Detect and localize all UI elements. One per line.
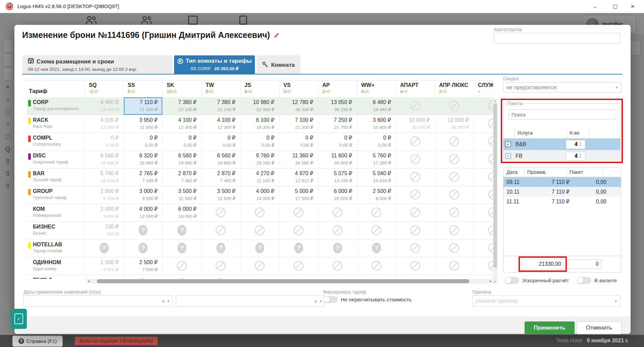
- packages-search-input[interactable]: [508, 109, 615, 119]
- rate-price-cell[interactable]: [435, 186, 474, 204]
- rate-price-cell[interactable]: [201, 204, 240, 221]
- rate-price-cell[interactable]: 3 600 ₽10 800 ₽: [357, 115, 396, 133]
- rate-price-cell[interactable]: 6 560 ₽19 680 ₽: [85, 151, 123, 168]
- floating-checklist-button[interactable]: ✓: [11, 309, 27, 329]
- rate-price-cell[interactable]: 7 250 ₽21 750 ₽: [318, 115, 357, 133]
- rate-price-cell[interactable]: [85, 275, 123, 279]
- rate-price-cell[interactable]: [396, 97, 435, 115]
- rate-price-cell[interactable]: [474, 240, 493, 257]
- rate-name-cell[interactable]: DISCСкидочный тариф: [27, 151, 85, 168]
- horizontal-scrollbar[interactable]: ◀ ▶: [86, 279, 493, 284]
- package-row[interactable]: ✓FB▲▼: [503, 150, 620, 162]
- rate-price-cell[interactable]: 6 320 ₽18 960 ₽: [123, 151, 162, 168]
- rate-price-cell[interactable]: [396, 133, 435, 150]
- scroll-up-icon[interactable]: ▲: [493, 99, 497, 103]
- fix-rate-toggle[interactable]: [323, 296, 338, 303]
- maximize-button[interactable]: ▢: [606, 0, 624, 13]
- rate-price-cell[interactable]: 10 980 ₽32 940 ₽: [240, 97, 279, 115]
- rate-price-cell[interactable]: [435, 97, 474, 115]
- rate-price-cell[interactable]: [162, 257, 201, 275]
- rate-price-cell[interactable]: 6 100 ₽18 300 ₽: [240, 115, 279, 133]
- rate-price-cell[interactable]: 2 765 ₽7 189 ₽: [123, 168, 162, 186]
- rate-price-cell[interactable]: 13 050 ₽39 150 ₽: [318, 97, 357, 115]
- rate-price-cell[interactable]: 2 000 ₽6 500 ₽: [85, 186, 123, 204]
- package-qty-input[interactable]: [566, 141, 578, 147]
- rate-price-cell[interactable]: 3 000 ₽9 500 ₽: [123, 186, 162, 204]
- rate-price-cell[interactable]: [435, 240, 474, 257]
- rate-price-cell[interactable]: 5 040 ₽14 616 ₽: [357, 168, 396, 186]
- rate-price-cell[interactable]: [435, 168, 474, 186]
- rate-price-cell[interactable]: [474, 168, 493, 186]
- horizontal-scroll-thumb[interactable]: [97, 279, 469, 283]
- tab-room-type-rates[interactable]: ₽ Тип комнаты и тарифы SS CORP 20 263,50…: [174, 55, 255, 75]
- rate-price-cell[interactable]: ?: [162, 275, 201, 279]
- rate-price-cell[interactable]: [396, 222, 435, 239]
- rate-price-cell[interactable]: ?: [318, 240, 357, 257]
- rate-price-cell[interactable]: 3 950 ₽11 850 ₽: [123, 115, 162, 133]
- rate-name-cell[interactable]: RACKRack Rate: [27, 115, 85, 133]
- rate-price-cell[interactable]: 5 740 ₽16 646 ₽: [85, 168, 123, 186]
- rate-price-cell[interactable]: [396, 204, 435, 221]
- rate-price-cell[interactable]: ?: [240, 240, 279, 257]
- rate-name-cell[interactable]: БИЗНЕСБизнес: [27, 222, 85, 239]
- rate-price-cell[interactable]: 0 ₽0,00 ₽: [162, 133, 201, 150]
- rate-price-cell[interactable]: [357, 222, 396, 239]
- fast-calc-toggle[interactable]: [504, 277, 519, 284]
- scroll-down-icon[interactable]: ▼: [493, 280, 497, 284]
- package-checkbox[interactable]: ✓: [505, 153, 511, 159]
- rate-price-cell[interactable]: ?: [85, 240, 123, 257]
- date-from-input[interactable]: × ▾: [23, 295, 172, 307]
- rate-price-cell[interactable]: 11 600 ₽34 800 ₽: [318, 151, 357, 168]
- discount-dropdown[interactable]: не предоставляется ▾: [503, 82, 621, 93]
- rate-price-cell[interactable]: [474, 115, 493, 133]
- scroll-right-icon[interactable]: ▶: [488, 279, 493, 284]
- rate-price-cell[interactable]: [435, 204, 474, 221]
- rate-price-cell[interactable]: [201, 257, 240, 275]
- rate-name-cell[interactable]: CORPТариф для контрагенто...: [27, 97, 85, 115]
- rate-name-cell[interactable]: HOTELLABТариф Hotellab: [27, 240, 85, 257]
- rate-price-cell[interactable]: [240, 275, 279, 279]
- rate-price-cell[interactable]: 11 360 ₽34 080 ₽: [279, 151, 318, 168]
- rate-price-cell[interactable]: [435, 151, 474, 168]
- package-row[interactable]: ✓B&B▲▼: [503, 139, 620, 150]
- rate-price-cell[interactable]: [396, 257, 435, 275]
- day-price-row[interactable]: 10.117 110 ₽0,00: [503, 187, 621, 197]
- rate-price-cell[interactable]: [396, 186, 435, 204]
- rate-name-cell[interactable]: COMPLComplimentary: [27, 133, 85, 150]
- rate-price-cell[interactable]: 0 ₽0,00 ₽: [357, 133, 396, 150]
- rate-price-cell[interactable]: [357, 257, 396, 275]
- rate-name-cell[interactable]: BARЛучший тариф: [27, 168, 85, 186]
- rate-price-cell[interactable]: 7 380 ₽22 140 ₽: [201, 97, 240, 115]
- clear-icon[interactable]: ×: [162, 298, 165, 304]
- stepper-arrows[interactable]: ▲▼: [579, 141, 582, 147]
- close-button[interactable]: ×: [624, 0, 641, 13]
- rate-price-cell[interactable]: 2 500 ₽8 000 ₽: [357, 186, 396, 204]
- rate-price-cell[interactable]: [474, 186, 493, 204]
- rate-price-cell[interactable]: 4 270 ₽11 102 ₽: [240, 168, 279, 186]
- rate-price-cell[interactable]: 7 380 ₽22 140 ₽: [162, 97, 201, 115]
- rate-price-cell[interactable]: [318, 222, 357, 239]
- stepper-down-icon[interactable]: ▼: [579, 156, 582, 159]
- rate-price-cell[interactable]: ?: [279, 240, 318, 257]
- rate-price-cell[interactable]: [240, 257, 279, 275]
- rate-price-cell[interactable]: 6 560 ₽19 680 ₽: [201, 151, 240, 168]
- stepper-up-icon[interactable]: ▲: [579, 153, 582, 156]
- rate-price-cell[interactable]: ?: [201, 240, 240, 257]
- rate-price-cell[interactable]: ?: [357, 240, 396, 257]
- rate-price-cell[interactable]: [435, 275, 474, 279]
- rate-price-cell[interactable]: 0 ₽0,00 ₽: [279, 133, 318, 150]
- rate-price-cell[interactable]: 6 480 ₽19 440 ₽: [357, 97, 396, 115]
- chevron-down-icon[interactable]: ▾: [320, 299, 322, 303]
- rate-price-cell[interactable]: [396, 168, 435, 186]
- rate-price-cell[interactable]: 3 500 ₽11 500 ₽: [201, 186, 240, 204]
- rate-price-cell[interactable]: [396, 240, 435, 257]
- rate-price-cell[interactable]: 0 ₽0,00 ₽: [85, 133, 123, 150]
- rate-price-cell[interactable]: [279, 257, 318, 275]
- currency-toggle[interactable]: [577, 277, 591, 284]
- date-to-input[interactable]: × ▾: [176, 295, 325, 307]
- rate-name-cell[interactable]: КОМКоммерческий: [27, 204, 85, 221]
- rate-price-cell[interactable]: [435, 133, 474, 150]
- rate-price-cell[interactable]: 12 780 ₽38 340 ₽: [279, 97, 318, 115]
- rate-price-cell[interactable]: 0 ₽0,00 ₽: [123, 133, 162, 150]
- rate-price-cell[interactable]: [435, 222, 474, 239]
